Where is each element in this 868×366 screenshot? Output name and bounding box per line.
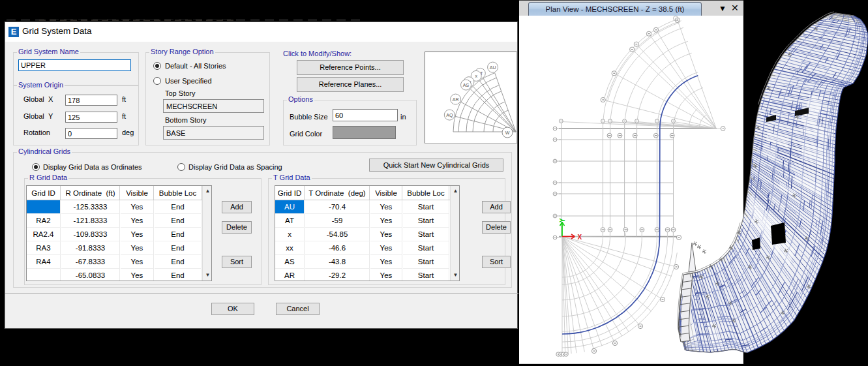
svg-text:X: X	[578, 234, 582, 241]
svg-text:AQ: AQ	[446, 113, 453, 118]
svg-text:Y: Y	[559, 218, 566, 222]
svg-text:AR: AR	[453, 97, 459, 102]
svg-text:x: x	[475, 74, 477, 78]
svg-text:AS: AS	[463, 83, 470, 87]
svg-text:W: W	[505, 130, 510, 135]
svg-text:AU: AU	[490, 65, 496, 70]
